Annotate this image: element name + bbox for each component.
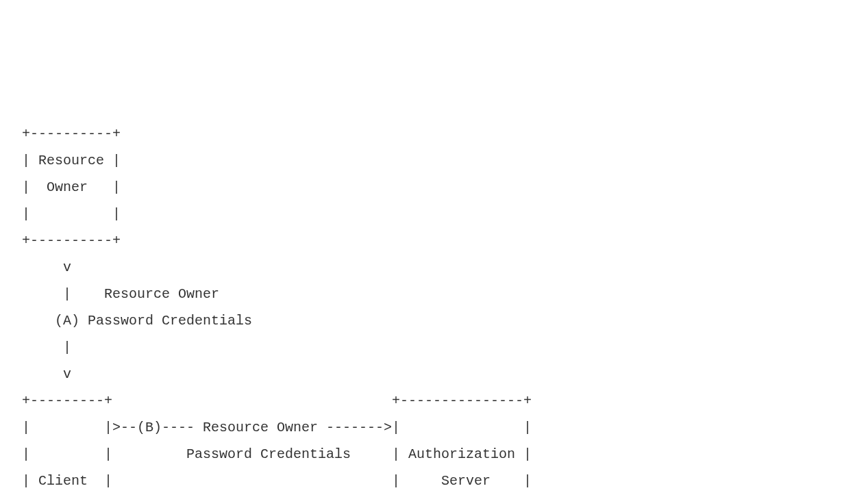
diagram-line-11: | |>--(B)---- Resource Owner ------->| |	[14, 420, 532, 435]
diagram-line-5: v	[14, 259, 71, 275]
oauth-password-flow-diagram: +----------+ | Resource | | Owner | | | …	[14, 94, 854, 497]
diagram-line-0: +----------+	[14, 126, 121, 142]
diagram-line-4: +----------+	[14, 233, 121, 248]
diagram-line-8: |	[14, 340, 71, 355]
diagram-line-13: | Client | | Server |	[14, 473, 532, 489]
diagram-line-1: | Resource |	[14, 153, 121, 168]
diagram-line-7: (A) Password Credentials	[14, 313, 252, 329]
diagram-line-12: | | Password Credentials | Authorization…	[14, 446, 532, 462]
diagram-line-2: | Owner |	[14, 179, 121, 195]
diagram-line-10: +---------+ +---------------+	[14, 393, 532, 409]
diagram-line-3: | |	[14, 206, 121, 222]
diagram-line-9: v	[14, 366, 71, 382]
diagram-line-6: | Resource Owner	[14, 286, 219, 302]
